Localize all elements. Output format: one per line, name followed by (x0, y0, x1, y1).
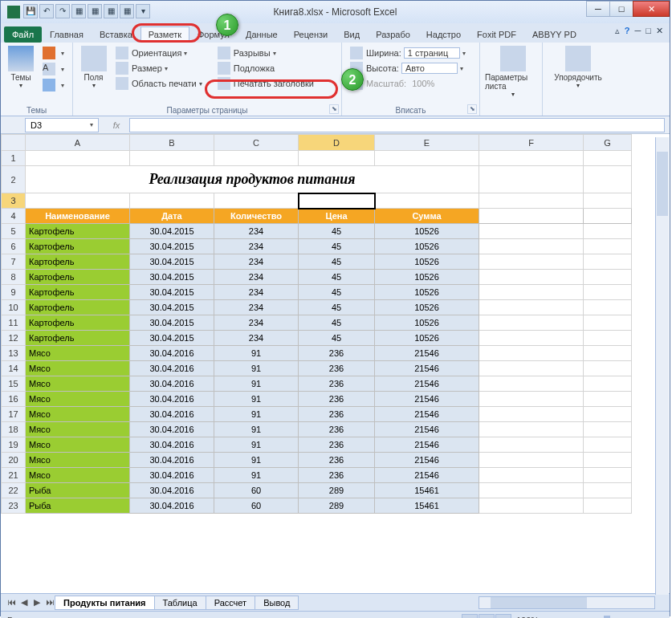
orientation-button[interactable]: Ориентация▾ (112, 46, 214, 60)
background-button[interactable]: Подложка (214, 61, 336, 75)
table-cell[interactable]: Мясо (26, 422, 130, 437)
table-cell[interactable]: 234 (214, 331, 299, 346)
table-cell[interactable]: Мясо (26, 376, 130, 392)
table-cell[interactable]: 236 (299, 346, 375, 361)
table-cell[interactable]: Картофель (26, 285, 130, 300)
margins-button[interactable]: Поля ▾ (78, 46, 109, 91)
table-cell[interactable]: Картофель (26, 331, 130, 346)
table-cell[interactable]: Мясо (26, 346, 130, 361)
scale-launcher-icon[interactable]: ⬊ (467, 104, 477, 114)
doc-close-icon[interactable]: ✕ (656, 26, 663, 36)
themes-button[interactable]: Темы ▾ (6, 46, 36, 92)
table-cell[interactable]: 236 (299, 453, 375, 468)
table-cell[interactable]: 10526 (375, 224, 479, 239)
table-cell[interactable]: 30.04.2015 (130, 239, 214, 254)
horizontal-scrollbar[interactable] (479, 596, 655, 609)
size-button[interactable]: Размер▾ (112, 61, 214, 75)
qat-btn[interactable]: ▦ (120, 4, 134, 18)
table-cell[interactable]: 45 (299, 300, 375, 315)
table-cell[interactable]: 60 (214, 498, 299, 514)
table-cell[interactable]: 30.04.2015 (130, 300, 214, 315)
pagesetup-launcher-icon[interactable]: ⬊ (329, 104, 339, 114)
theme-effects-icon[interactable]: ▾ (39, 78, 67, 92)
table-cell[interactable]: Картофель (26, 224, 130, 239)
table-cell[interactable]: Картофель (26, 254, 130, 270)
select-all-corner[interactable] (2, 135, 26, 151)
table-cell[interactable]: 91 (214, 422, 299, 437)
row-header[interactable]: 11 (2, 315, 26, 331)
col-header[interactable]: D (299, 135, 375, 151)
table-cell[interactable]: Мясо (26, 453, 130, 468)
table-cell[interactable]: 30.04.2016 (130, 453, 214, 468)
table-cell[interactable]: Картофель (26, 300, 130, 315)
sheet-nav-prev-icon[interactable]: ◀ (18, 597, 30, 608)
table-cell[interactable]: 234 (214, 285, 299, 300)
table-cell[interactable]: 60 (214, 483, 299, 498)
theme-fonts-icon[interactable]: A▾ (39, 62, 67, 76)
table-cell[interactable]: Мясо (26, 392, 130, 407)
qat-save-icon[interactable]: 💾 (23, 4, 38, 18)
table-header[interactable]: Наименование (26, 209, 130, 224)
sheet-title[interactable]: Реализация продуктов питания (26, 166, 479, 193)
table-cell[interactable]: 21546 (375, 346, 479, 361)
maximize-button[interactable]: □ (609, 1, 633, 17)
table-cell[interactable]: Рыба (26, 498, 130, 514)
table-cell[interactable]: 234 (214, 224, 299, 239)
table-cell[interactable]: 30.04.2016 (130, 407, 214, 422)
table-cell[interactable]: 30.04.2015 (130, 285, 214, 300)
formula-input[interactable] (129, 118, 665, 132)
doc-minimize-icon[interactable]: ─ (635, 26, 641, 36)
table-cell[interactable]: 10526 (375, 315, 479, 331)
table-cell[interactable]: 45 (299, 239, 375, 254)
tab-вставка[interactable]: Вставка (92, 26, 141, 43)
table-cell[interactable]: 30.04.2016 (130, 361, 214, 376)
table-cell[interactable]: 45 (299, 315, 375, 331)
table-cell[interactable]: 234 (214, 315, 299, 331)
table-cell[interactable]: 30.04.2015 (130, 270, 214, 285)
sheet-nav-first-icon[interactable]: ⏮ (6, 597, 17, 608)
table-cell[interactable]: 234 (214, 239, 299, 254)
ribbon-minimize-icon[interactable]: ▵ (615, 26, 620, 36)
table-cell[interactable]: 289 (299, 483, 375, 498)
tab-разметк[interactable]: Разметк (141, 26, 189, 43)
table-cell[interactable]: 289 (299, 498, 375, 514)
view-normal-icon[interactable] (462, 614, 478, 619)
table-cell[interactable]: 30.04.2016 (130, 498, 214, 514)
qat-redo-icon[interactable]: ↷ (55, 4, 70, 18)
row-header[interactable]: 23 (2, 498, 26, 514)
row-header[interactable]: 17 (2, 407, 26, 422)
table-cell[interactable]: 30.04.2016 (130, 392, 214, 407)
tab-надстро[interactable]: Надстро (418, 26, 469, 43)
row-header[interactable]: 18 (2, 422, 26, 437)
name-box[interactable]: D3▾ (25, 118, 99, 132)
qat-undo-icon[interactable]: ↶ (39, 4, 54, 18)
print-titles-button[interactable]: Печатать заголовки (214, 76, 336, 91)
row-header[interactable]: 1 (2, 151, 26, 166)
col-header[interactable]: A (26, 135, 130, 151)
table-cell[interactable]: 236 (299, 437, 375, 453)
table-cell[interactable]: 30.04.2015 (130, 315, 214, 331)
table-cell[interactable]: 236 (299, 376, 375, 392)
col-header[interactable]: E (375, 135, 479, 151)
table-cell[interactable]: 30.04.2016 (130, 483, 214, 498)
table-cell[interactable]: 91 (214, 346, 299, 361)
row-header[interactable]: 2 (2, 166, 26, 193)
table-cell[interactable]: 236 (299, 361, 375, 376)
arrange-button[interactable]: Упорядочить ▾ (548, 46, 609, 89)
vertical-scrollbar[interactable] (655, 137, 669, 595)
table-cell[interactable]: 236 (299, 407, 375, 422)
qat-more-icon[interactable]: ▾ (136, 4, 150, 18)
sheet-tab[interactable]: Продукты питания (55, 596, 155, 610)
table-cell[interactable]: 30.04.2016 (130, 346, 214, 361)
row-header[interactable]: 9 (2, 285, 26, 300)
row-header[interactable]: 3 (2, 193, 26, 209)
row-header[interactable]: 6 (2, 239, 26, 254)
sheet-tab[interactable]: Таблица (154, 596, 206, 610)
table-cell[interactable]: 21546 (375, 376, 479, 392)
breaks-button[interactable]: Разрывы▾ (214, 46, 336, 60)
table-cell[interactable]: 10526 (375, 254, 479, 270)
table-cell[interactable]: Мясо (26, 468, 130, 483)
table-cell[interactable]: 45 (299, 270, 375, 285)
table-cell[interactable]: 91 (214, 453, 299, 468)
sheet-tab[interactable]: Вывод (255, 596, 299, 610)
